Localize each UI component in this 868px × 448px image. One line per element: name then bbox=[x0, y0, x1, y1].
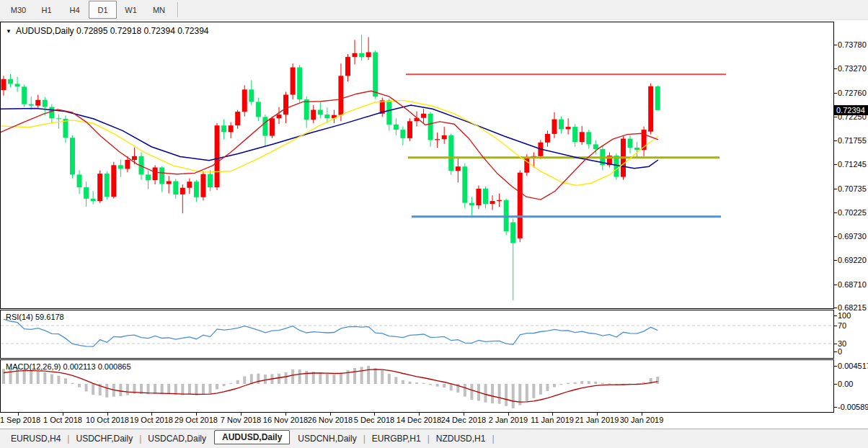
chart-symbol: AUDUSD,Daily bbox=[16, 26, 74, 36]
tab-separator: | bbox=[492, 434, 494, 444]
tab-audusd-daily[interactable]: AUDUSD,Daily bbox=[214, 430, 290, 444]
date-axis-label: 19 Oct 2018 bbox=[130, 416, 173, 424]
price-axis-label-tick bbox=[834, 308, 837, 308]
rsi-label: RSI(14) 59.6178 bbox=[6, 313, 64, 321]
rsi-axis-label: 100 bbox=[838, 311, 851, 320]
chart-title: ▼AUDUSD,Daily 0.72895 0.72918 0.72394 0.… bbox=[6, 26, 209, 36]
macd-value-signal: 0.000865 bbox=[98, 362, 131, 371]
date-axis-label: 21 Jan 2019 bbox=[575, 416, 619, 424]
rsi-value: 59.6178 bbox=[35, 313, 64, 321]
macd-axis-label-tick bbox=[834, 407, 837, 408]
rsi-axis-label-tick bbox=[834, 351, 837, 352]
timeframe-button-w1[interactable]: W1 bbox=[117, 1, 145, 19]
date-axis-label: 1 Oct 2018 bbox=[43, 416, 82, 424]
terminal-window: M30H1H4D1W1MN ▼AUDUSD,Daily 0.72895 0.72… bbox=[0, 0, 868, 448]
rsi-axis-label-tick bbox=[834, 344, 837, 344]
macd-axis-label-tick bbox=[834, 366, 837, 367]
price-axis-label-tick bbox=[834, 45, 837, 45]
timeframe-button-h4[interactable]: H4 bbox=[61, 1, 89, 19]
date-axis-label: 16 Nov 2018 bbox=[263, 416, 308, 424]
current-price-tag: 0.72394 bbox=[834, 105, 868, 115]
price-axis-label-tick bbox=[834, 93, 837, 94]
timeframe-button-d1[interactable]: D1 bbox=[89, 1, 117, 19]
tab-usdchf-daily[interactable]: USDCHF,Daily bbox=[69, 431, 139, 446]
tab-eurgbp-h1[interactable]: EURGBP,H1 bbox=[366, 431, 428, 446]
macd-label: MACD(12,26,9) 0.002113 0.000865 bbox=[6, 362, 131, 371]
timeframe-toolbar: M30H1H4D1W1MN bbox=[0, 0, 868, 20]
tab-eurusd-h4[interactable]: EURUSD,H4 bbox=[4, 431, 67, 446]
chart-tabs-bar: EURUSD,H4|USDCHF,Daily|USDCAD,DailyAUDUS… bbox=[0, 429, 868, 448]
timeframe-button-m30[interactable]: M30 bbox=[4, 1, 32, 19]
price-axis-label: 0.73780 bbox=[838, 40, 867, 49]
price-axis-label-tick bbox=[834, 236, 837, 237]
price-axis-label: 0.71755 bbox=[838, 136, 867, 145]
price-axis-label-tick bbox=[834, 189, 837, 189]
date-axis-label: 21 Sep 2018 bbox=[0, 416, 40, 424]
price-axis-label: 0.71245 bbox=[838, 160, 867, 169]
price-axis-label-tick bbox=[834, 164, 837, 165]
price-axis-label: 0.70225 bbox=[838, 208, 867, 217]
macd-axis-label: 0.00 bbox=[838, 380, 853, 388]
ohlc-low: 0.72394 bbox=[143, 26, 174, 36]
timeframe-button-mn[interactable]: MN bbox=[145, 1, 173, 19]
date-axis-label: 10 Oct 2018 bbox=[86, 416, 129, 424]
price-axis-label: 0.70735 bbox=[838, 184, 867, 193]
timeframe-button-h1[interactable]: H1 bbox=[32, 1, 61, 19]
macd-value-main: 0.002113 bbox=[63, 362, 95, 371]
price-axis-label-tick bbox=[834, 68, 837, 69]
ohlc-close: 0.72394 bbox=[177, 26, 208, 36]
tab-nzdusd-h1[interactable]: NZDUSD,H1 bbox=[430, 431, 492, 446]
date-axis-label: 14 Dec 2018 bbox=[397, 416, 441, 424]
tab-usdcnh-daily[interactable]: USDCNH,Daily bbox=[291, 431, 363, 446]
price-axis-label-tick bbox=[834, 260, 837, 261]
date-axis-label: 11 Jan 2019 bbox=[531, 416, 574, 424]
price-axis-label-tick bbox=[834, 117, 837, 117]
date-axis-label: 30 Jan 2019 bbox=[620, 416, 664, 424]
collapse-icon[interactable]: ▼ bbox=[6, 28, 12, 35]
price-axis-label: 0.72760 bbox=[838, 89, 867, 97]
ohlc-high: 0.72918 bbox=[110, 26, 141, 36]
price-chart-pane[interactable] bbox=[0, 22, 834, 309]
price-axis-label-tick bbox=[834, 285, 837, 285]
rsi-axis-label-tick bbox=[834, 326, 837, 326]
date-axis-label: 7 Nov 2018 bbox=[221, 416, 261, 424]
macd-axis-label-tick bbox=[834, 384, 837, 385]
price-axis-label: 0.69730 bbox=[838, 232, 867, 241]
ohlc-open: 0.72895 bbox=[76, 26, 107, 36]
rsi-axis-label: 70 bbox=[838, 321, 846, 330]
tab-usdcad-daily[interactable]: USDCAD,Daily bbox=[141, 431, 213, 446]
rsi-axis-label: 0 bbox=[838, 347, 842, 356]
price-axis-label: 0.68710 bbox=[838, 280, 867, 289]
macd-axis-label: -0.005899 bbox=[838, 403, 868, 411]
date-axis-label: 24 Dec 2018 bbox=[441, 416, 486, 424]
toolbar-separator bbox=[177, 2, 178, 17]
date-axis-label: 5 Dec 2018 bbox=[354, 416, 394, 424]
rsi-axis-label-tick bbox=[834, 315, 837, 316]
date-axis-label: 26 Nov 2018 bbox=[308, 416, 353, 424]
date-axis-label: 29 Oct 2018 bbox=[174, 416, 218, 424]
price-axis-label-tick bbox=[834, 140, 837, 141]
macd-axis-label: 0.004517 bbox=[838, 362, 868, 370]
price-axis-label-tick bbox=[834, 212, 837, 213]
price-axis-label: 0.69220 bbox=[838, 256, 867, 264]
rsi-pane[interactable] bbox=[0, 310, 834, 359]
price-axis-label: 0.73270 bbox=[838, 64, 867, 73]
date-axis-label: 2 Jan 2019 bbox=[489, 416, 528, 424]
